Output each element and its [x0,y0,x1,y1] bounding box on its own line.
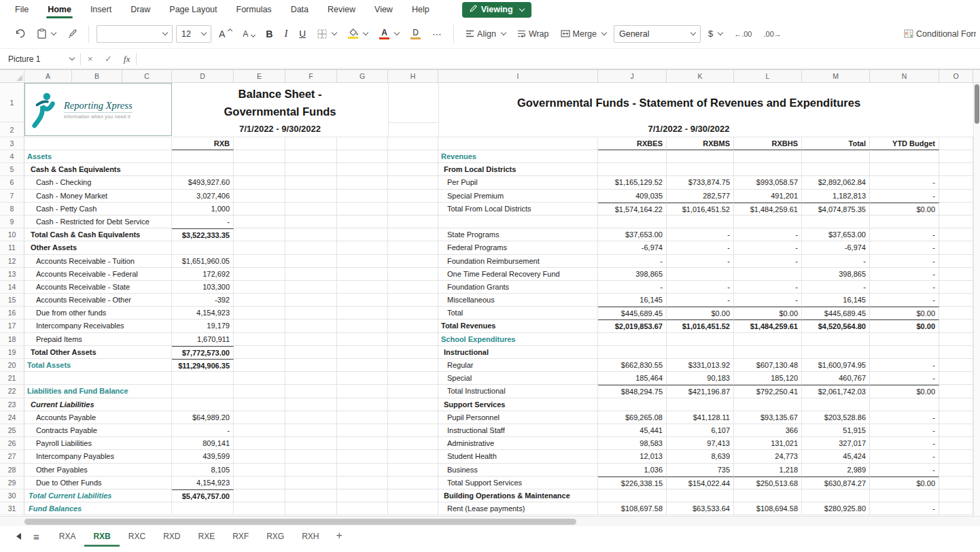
cell-O8[interactable] [939,203,973,215]
cell-O18[interactable] [939,333,973,346]
cell-G29[interactable] [337,477,388,489]
cell-F17[interactable] [285,320,337,332]
cell-A13[interactable]: Accounts Receivable - Federal [24,268,172,281]
paste-button[interactable] [33,24,60,44]
row-header-9[interactable]: 9 [0,215,24,228]
cell-L7[interactable]: 491,201 [734,190,802,203]
cell-A26[interactable]: Payroll Liabilities [24,437,172,450]
cell-E7[interactable] [234,190,285,203]
column-header-n[interactable]: N [870,70,939,83]
cell-A6[interactable]: Cash - Checking [24,176,172,189]
cell-H15[interactable] [388,294,438,307]
cell-G7[interactable] [337,190,388,203]
menu-tab-review[interactable]: Review [318,0,365,19]
vertical-scrollbar-thumb[interactable] [975,84,979,124]
row-header-24[interactable]: 24 [0,411,24,424]
cell-J31[interactable]: $108,697.58 [598,502,667,515]
column-header-g[interactable]: G [337,70,388,83]
row-header-22[interactable]: 22 [0,385,24,398]
cell-G20[interactable] [337,359,388,372]
cell-G16[interactable] [337,307,388,320]
cell-I23[interactable]: Support Services [438,398,598,411]
cell-H4[interactable] [388,150,438,163]
cell-N29[interactable]: $0.00 [870,477,939,489]
cell-L25[interactable]: 366 [734,424,802,437]
cell-H29[interactable] [388,477,438,489]
decrease-font-button[interactable]: A [239,24,258,44]
cell-M24[interactable]: $203,528.86 [802,411,870,424]
row-header-28[interactable]: 28 [0,464,24,477]
cell-I27[interactable]: Student Health [438,450,598,463]
cell-H20[interactable] [388,359,438,372]
cell-A8[interactable]: Cash - Petty Cash [24,203,172,215]
cell-E14[interactable] [234,281,285,294]
right-report-title[interactable]: Governmental Funds - Statement of Revenu… [438,83,939,122]
cell-M22[interactable]: $2,061,742.03 [802,385,870,398]
cell-H25[interactable] [388,424,438,437]
cell-K4[interactable] [667,150,734,163]
cell-J23[interactable] [598,398,667,411]
cell-N26[interactable]: - [870,437,939,450]
cell-F4[interactable] [285,150,337,163]
right-report-period[interactable]: 7/1/2022 - 9/30/2022 [438,122,939,137]
cell-J6[interactable]: $1,165,129.52 [598,176,667,189]
cell-E11[interactable] [234,241,285,254]
cell-F23[interactable] [285,398,337,411]
double-underline-button[interactable]: D [406,24,425,44]
row-header-2[interactable]: 2 [0,122,24,137]
column-header-o[interactable]: O [939,70,973,83]
cell-H14[interactable] [388,281,438,294]
cell-I9[interactable] [438,215,598,228]
cell-F24[interactable] [285,411,337,424]
cell-N25[interactable]: - [870,424,939,437]
cell-J28[interactable]: 1,036 [598,464,667,477]
cell-M9[interactable] [802,215,870,228]
cell-K24[interactable]: $41,128.11 [667,411,734,424]
column-header-b[interactable]: B [72,70,122,83]
cell-F5[interactable] [285,163,337,176]
cell-G31[interactable] [337,502,388,515]
cell-D23[interactable] [172,398,234,411]
add-sheet-button[interactable]: + [336,530,343,542]
cell-E8[interactable] [234,203,285,215]
cell-A7[interactable]: Cash - Money Market [24,190,172,203]
row-header-8[interactable]: 8 [0,203,24,215]
cell-I20[interactable]: Regular [438,359,598,372]
row-header-13[interactable]: 13 [0,268,24,281]
cell-N18[interactable] [870,333,939,346]
align-button[interactable]: Align [461,24,510,44]
cell-G30[interactable] [337,489,388,502]
cell-K13[interactable] [667,268,734,281]
cell-M4[interactable] [802,150,870,163]
cell-O20[interactable] [939,359,973,372]
cell-D22[interactable] [172,385,234,398]
cell-N4[interactable] [870,150,939,163]
row-header-18[interactable]: 18 [0,333,24,346]
cell-H26[interactable] [388,437,438,450]
sheet-tab-rxa[interactable]: RXA [50,526,85,547]
cell-G28[interactable] [337,464,388,477]
cell-F8[interactable] [285,203,337,215]
menu-tab-draw[interactable]: Draw [121,0,160,19]
cell-D5[interactable] [172,163,234,176]
cell-E17[interactable] [234,320,285,332]
cell-D25[interactable]: - [172,424,234,437]
cell-E27[interactable] [234,450,285,463]
cell-H5[interactable] [388,163,438,176]
cell-O6[interactable] [939,176,973,189]
row-header-21[interactable]: 21 [0,372,24,385]
row-header-26[interactable]: 26 [0,437,24,450]
cell-K22[interactable]: $421,196.87 [667,385,734,398]
cell-N15[interactable]: - [870,294,939,307]
cell-F30[interactable] [285,489,337,502]
cell-I5[interactable]: From Local Districts [438,163,598,176]
cell-F3[interactable] [285,137,337,150]
cell-M12[interactable]: - [802,255,870,268]
cell-G21[interactable] [337,372,388,385]
column-header-i[interactable]: I [438,70,598,83]
cell-M8[interactable]: $4,074,875.35 [802,203,870,215]
cell-M16[interactable]: $445,689.45 [802,307,870,320]
cell-O24[interactable] [939,411,973,424]
underline-button[interactable]: U [295,24,310,44]
cell-O5[interactable] [939,163,973,176]
